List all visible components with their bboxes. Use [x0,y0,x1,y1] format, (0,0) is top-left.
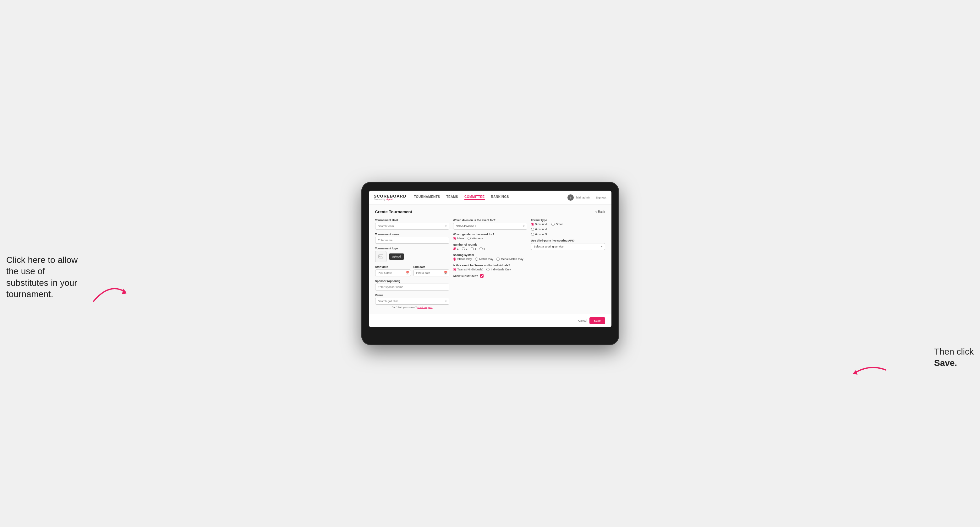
nav-rankings[interactable]: RANKINGS [491,195,509,200]
page-title: Create Tournament [375,210,412,214]
nav-separator: | [593,196,593,199]
gender-mens-label: Mens [458,237,465,240]
tablet-screen: SCOREBOARD Powered by clippd TOURNAMENTS… [369,190,611,327]
scoring-stroke[interactable]: Stroke Play [453,257,472,261]
round-3[interactable]: 3 [471,247,476,250]
gender-mens[interactable]: Mens [453,237,465,240]
division-select[interactable]: NCAA Division I [453,223,527,230]
format-label: Format type [531,219,605,222]
scoring-medal[interactable]: Medal Match Play [496,257,523,261]
venue-email-link[interactable]: email support [418,306,433,309]
scoring-api-select[interactable]: Select a scoring service [531,243,605,250]
format-6count4[interactable]: 6 count 4 [531,228,547,231]
logo-sub: Powered by clippd [374,198,407,201]
main-content: Create Tournament < Back Tournament Host… [369,205,611,314]
start-date-field: Start date 📅 [375,265,411,276]
logo-upload-area: Upload [375,251,449,262]
end-date-label: End date [414,265,449,268]
format-options: 5 count 4 Other 6 count 4 [531,223,605,236]
format-row-3: 6 count 5 [531,233,605,236]
scoring-api-field: Use third-party live scoring API? Select… [531,239,605,250]
division-label: Which division is the event for? [453,219,527,222]
image-icon [378,254,383,259]
logo-main: SCOREBOARD [374,194,407,198]
svg-rect-1 [379,255,383,258]
host-field: Tournament Host [375,219,449,230]
format-other[interactable]: Other [551,223,563,226]
venue-label: Venue [375,294,449,297]
cancel-button[interactable]: Cancel [578,319,587,322]
gender-options: Mens Womens [453,237,527,240]
division-field: Which division is the event for? NCAA Di… [453,219,527,230]
substitutes-field: Allow substitutes? [453,274,527,278]
scoring-field: Scoring system Stroke Play Match Play [453,254,527,261]
back-link[interactable]: < Back [595,210,605,214]
round-2[interactable]: 2 [462,247,468,250]
substitutes-checkbox[interactable] [480,274,484,278]
nav-tournaments[interactable]: TOURNAMENTS [414,195,440,200]
svg-marker-0 [122,289,127,294]
name-label: Tournament name [375,233,449,236]
scoring-label: Scoring system [453,254,527,257]
avatar: B [568,194,574,201]
end-date-field: End date 📅 [414,265,449,276]
form-footer: Cancel Save [369,314,611,327]
event-individuals[interactable]: Individuals Only [487,268,511,271]
round-1[interactable]: 1 [453,247,459,250]
sponsor-input[interactable] [375,284,449,290]
nav-teams[interactable]: TEAMS [447,195,458,200]
signout-link[interactable]: Sign out [596,196,606,199]
logo: SCOREBOARD Powered by clippd [374,194,407,201]
upload-button[interactable]: Upload [389,254,404,260]
host-label: Tournament Host [375,219,449,222]
save-button[interactable]: Save [589,317,605,324]
middle-column: Which division is the event for? NCAA Di… [453,219,527,278]
rounds-label: Number of rounds [453,243,527,246]
event-type-field: Is this event for Teams and/or Individua… [453,264,527,271]
format-row-1: 5 count 4 Other [531,223,605,226]
event-type-options: Teams (+Individuals) Individuals Only [453,268,527,271]
calendar-end-icon: 📅 [444,271,447,275]
gender-womens[interactable]: Womens [468,237,483,240]
logo-placeholder [375,251,387,262]
format-6count5[interactable]: 6 count 5 [531,233,547,236]
round-4[interactable]: 4 [479,247,485,250]
host-input[interactable] [375,223,449,230]
venue-field: Venue Can't find your venue? email suppo… [375,294,449,309]
sponsor-label: Sponsor (optional) [375,279,449,283]
logo-field: Tournament logo Upload [375,247,449,262]
annotation-right: Then click Save. [934,346,974,369]
substitutes-label: Allow substitutes? [453,275,478,278]
event-teams[interactable]: Teams (+Individuals) [453,268,484,271]
scoring-options: Stroke Play Match Play Medal Match Play [453,257,527,261]
gender-label: Which gender is the event for? [453,233,527,236]
nav-user-area: B blair admin | Sign out [568,194,606,201]
logo-label: Tournament logo [375,247,449,250]
format-5count4[interactable]: 5 count 4 [531,223,547,226]
nav-links: TOURNAMENTS TEAMS COMMITTEE RANKINGS [414,195,568,200]
form-grid: Tournament Host Tournament name Tourname… [375,219,605,309]
navigation: SCOREBOARD Powered by clippd TOURNAMENTS… [369,190,611,205]
nav-committee[interactable]: COMMITTEE [465,195,485,200]
sponsor-field: Sponsor (optional) [375,279,449,290]
start-date-label: Start date [375,265,411,268]
name-input[interactable] [375,237,449,244]
venue-input[interactable] [375,298,449,305]
scoring-match[interactable]: Match Play [475,257,493,261]
tablet-device: SCOREBOARD Powered by clippd TOURNAMENTS… [361,182,619,345]
format-row-2: 6 count 4 [531,228,605,231]
gender-womens-label: Womens [472,237,483,240]
rounds-field: Number of rounds 1 2 [453,243,527,250]
page-header: Create Tournament < Back [375,210,605,214]
right-column: Format type 5 count 4 Other [531,219,605,250]
gender-field: Which gender is the event for? Mens Wome… [453,233,527,240]
name-field: Tournament name [375,233,449,244]
rounds-options: 1 2 3 4 [453,247,527,250]
annotation-left: Click here to allow the use of substitut… [6,254,88,300]
event-type-label: Is this event for Teams and/or Individua… [453,264,527,267]
format-field: Format type 5 count 4 Other [531,219,605,236]
arrow-right-icon [851,360,889,379]
venue-note: Can't find your venue? email support [375,306,449,309]
left-column: Tournament Host Tournament name Tourname… [375,219,449,309]
user-name: blair admin [576,196,590,199]
